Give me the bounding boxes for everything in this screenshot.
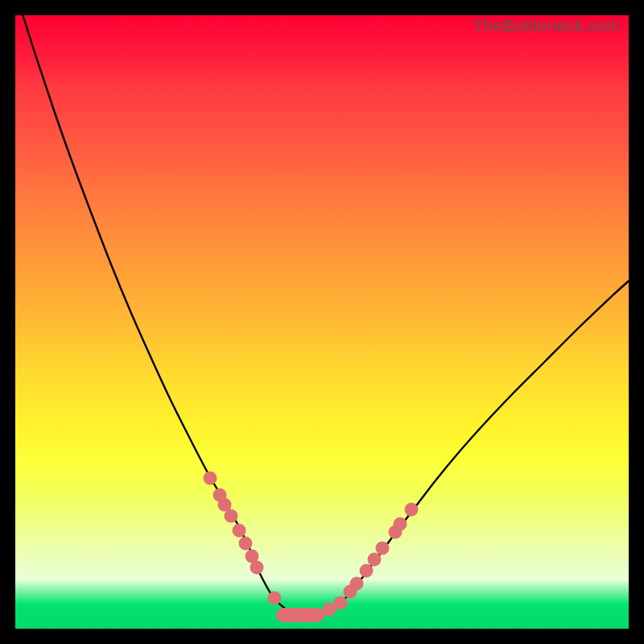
- curve-marker-dot: [239, 537, 253, 551]
- curve-marker-dot: [268, 592, 282, 605]
- curve-marker-dot: [204, 472, 217, 485]
- curve-marker-dot: [368, 553, 382, 567]
- curve-marker-dot: [225, 510, 238, 523]
- curve-marker-dot: [350, 577, 364, 591]
- curve-marker-dot: [360, 564, 374, 578]
- curve-marker-dot: [394, 518, 407, 531]
- curve-marker-dot: [376, 542, 390, 555]
- curve-marker-dot: [405, 503, 419, 517]
- chart-frame: TheBottleneck.com: [15, 15, 629, 629]
- marker-layer: [204, 472, 419, 623]
- curve-marker-dot: [233, 524, 246, 538]
- curve-marker-dot: [250, 561, 264, 575]
- curve-marker-dot: [334, 597, 348, 610]
- bottleneck-curve-plot: [15, 15, 629, 629]
- plateau-marker: [276, 608, 324, 622]
- curve-line: [15, 0, 629, 615]
